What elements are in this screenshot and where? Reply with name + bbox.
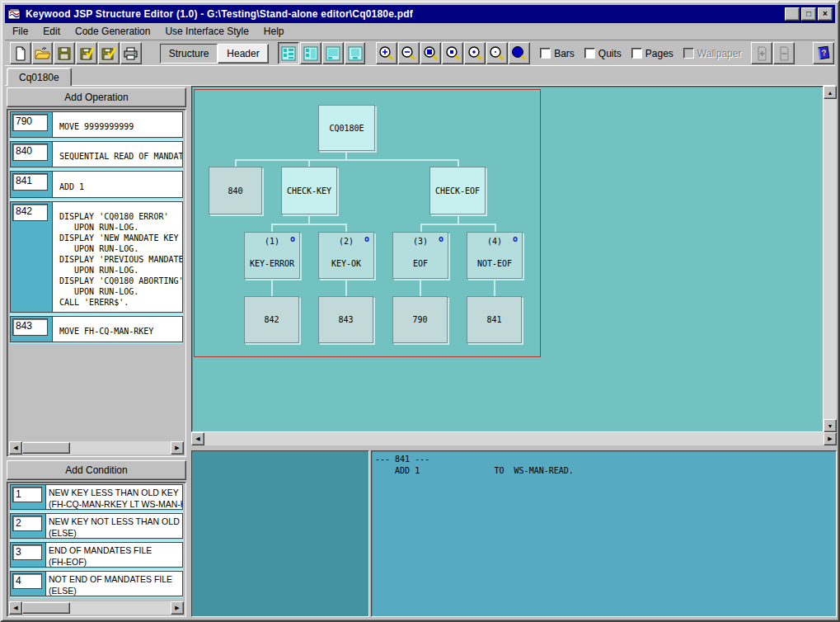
operation-item-841[interactable]: 841 ADD 1 TO WS-MA — [10, 171, 183, 198]
save-check-button[interactable] — [76, 42, 97, 64]
page-plus-button — [751, 42, 772, 64]
menu-code-generation[interactable]: Code Generation — [68, 24, 157, 39]
zoom-out-button[interactable] — [398, 42, 420, 64]
node-label: CHECK-KEY — [287, 186, 331, 196]
layout-view-2-button[interactable] — [300, 42, 321, 64]
zoom-large-button[interactable] — [420, 42, 442, 64]
zoom-tiny-button[interactable] — [486, 42, 508, 64]
connector-line — [271, 224, 347, 225]
minimize-button[interactable]: _ — [785, 7, 800, 21]
layout-view-1-button[interactable] — [278, 42, 299, 64]
save-button[interactable] — [54, 42, 75, 64]
zoom-in-button[interactable] — [376, 42, 397, 64]
quits-checkbox[interactable] — [584, 48, 595, 59]
condition-text: NEW KEY NOT LESS THAN OLD KEY (ELSE) — [45, 514, 182, 538]
node-key-error[interactable]: (1) o KEY-ERROR — [244, 232, 300, 279]
condition-item-strip: 4 — [11, 572, 45, 596]
node-841[interactable]: 841 — [467, 296, 522, 343]
connector-line — [271, 224, 273, 232]
condition-item-2[interactable]: 2 NEW KEY NOT LESS THAN OLD KEY (ELSE) — [10, 513, 183, 539]
node-check-eof[interactable]: CHECK-EOF — [429, 167, 486, 214]
operation-code: MOVE FH-CQ-MAN-RKEY TO — [52, 317, 182, 342]
node-check-key[interactable]: CHECK-KEY — [281, 167, 337, 214]
structure-canvas[interactable]: CQ0180E 840 CHECK-KEY CHECK-EOF (1) o KE… — [191, 86, 824, 432]
wallpaper-checkbox-group: Wallpaper — [683, 48, 742, 59]
print-button[interactable] — [120, 42, 142, 64]
menu-edit[interactable]: Edit — [35, 24, 68, 39]
operation-item-strip: 841 — [11, 172, 52, 197]
operation-item-842[interactable]: 842 DISPLAY 'CQ0180 ERROR' UPON RUN-LOG.… — [10, 201, 183, 313]
scroll-down-icon[interactable]: ▼ — [824, 419, 837, 432]
operation-item-790[interactable]: 790 MOVE 9999999999 TO FH — [10, 111, 183, 138]
operation-list-hscrollbar[interactable]: ◀ ▶ — [9, 441, 184, 455]
close-button[interactable]: × — [818, 7, 833, 21]
condition-item-4[interactable]: 4 NOT END OF MANDATES FILE (ELSE) — [10, 571, 183, 596]
node-label: CQ0180E — [329, 124, 364, 133]
node-key-ok[interactable]: (2) o KEY-OK — [318, 232, 374, 279]
pages-checkbox-group: Pages — [631, 48, 673, 59]
scroll-right-icon[interactable]: ▶ — [171, 601, 184, 615]
condition-text: NOT END OF MANDATES FILE (ELSE) — [45, 572, 182, 596]
open-file-button[interactable] — [32, 42, 54, 64]
node-843[interactable]: 843 — [318, 296, 373, 343]
condition-list-hscrollbar[interactable]: ◀ ▶ — [9, 601, 184, 615]
menu-help[interactable]: Help — [256, 24, 292, 39]
structure-toggle-button[interactable]: Structure — [160, 44, 218, 64]
condition-item-strip: 1 — [11, 485, 45, 509]
node-not-eof[interactable]: (4) o NOT-EOF — [467, 232, 523, 279]
node-840[interactable]: 840 — [209, 167, 262, 214]
save-icon — [57, 46, 72, 61]
node-eof[interactable]: (3) o EOF — [392, 232, 448, 279]
add-operation-button[interactable]: Add Operation — [7, 87, 186, 107]
canvas-vscrollbar[interactable]: ▲ ▼ — [824, 86, 837, 432]
scrollbar-thumb[interactable] — [22, 442, 70, 454]
condition-text: END OF MANDATES FILE (FH-EOF) — [45, 543, 182, 567]
print-icon — [123, 46, 138, 61]
scroll-right-icon[interactable]: ▶ — [171, 441, 184, 455]
pages-checkbox[interactable] — [631, 48, 642, 59]
operation-number: 843 — [12, 318, 48, 336]
title-bar: Keywood JSP Structure Editor (1.0) - G:\… — [5, 5, 835, 23]
condition-item-1[interactable]: 1 NEW KEY LESS THAN OLD KEY (FH-CQ-MAN-R… — [10, 484, 183, 510]
layout-view-4-button[interactable] — [345, 42, 366, 64]
scroll-left-icon[interactable]: ◀ — [191, 432, 204, 445]
scroll-right-icon[interactable]: ▶ — [824, 432, 837, 445]
condition-item-3[interactable]: 3 END OF MANDATES FILE (FH-EOF) — [10, 542, 183, 568]
operation-item-843[interactable]: 843 MOVE FH-CQ-MAN-RKEY TO — [10, 316, 183, 342]
condition-text: NEW KEY LESS THAN OLD KEY (FH-CQ-MAN-RKE… — [45, 485, 182, 509]
save-all-check-button[interactable] — [98, 42, 120, 64]
menu-use-interface-style[interactable]: Use Interface Style — [157, 24, 256, 39]
new-file-button[interactable] — [10, 42, 31, 64]
operation-item-840[interactable]: 840 SEQUENTIAL READ OF MANDAT — [10, 141, 183, 167]
connector-line — [308, 159, 310, 167]
toolbar: Structure Header — [5, 40, 835, 66]
help-button[interactable]: ? — [813, 42, 834, 64]
pages-checkbox-label: Pages — [645, 48, 673, 59]
operation-code: MOVE 9999999999 TO FH — [52, 112, 182, 137]
connector-line — [271, 278, 273, 296]
node-842[interactable]: 842 — [244, 296, 299, 343]
header-toggle-button[interactable]: Header — [218, 44, 268, 64]
connector-line — [420, 278, 421, 296]
node-cq0180e[interactable]: CQ0180E — [318, 105, 375, 151]
menu-file[interactable]: File — [5, 24, 35, 39]
layout-view-3-button[interactable] — [322, 42, 344, 64]
zoom-medium-button[interactable] — [442, 42, 463, 64]
add-condition-button[interactable]: Add Condition — [7, 460, 186, 480]
node-790[interactable]: 790 — [392, 296, 448, 343]
scroll-up-icon[interactable]: ▲ — [824, 86, 837, 99]
zoom-full-button[interactable] — [509, 42, 530, 64]
tab-cq0180e[interactable]: Cq0180e — [7, 68, 72, 86]
scroll-left-icon[interactable]: ◀ — [9, 441, 22, 455]
scroll-left-icon[interactable]: ◀ — [9, 601, 22, 615]
zoom-large-icon — [423, 45, 439, 61]
bars-checkbox-label: Bars — [554, 48, 575, 59]
node-label: EOF — [393, 259, 448, 268]
maximize-button[interactable]: □ — [801, 7, 816, 21]
scrollbar-thumb[interactable] — [22, 602, 70, 614]
bars-checkbox[interactable] — [540, 48, 551, 59]
node-label: KEY-ERROR — [245, 259, 299, 268]
condition-number: 1 — [12, 487, 42, 502]
canvas-hscrollbar[interactable]: ◀ ▶ — [191, 432, 837, 445]
zoom-small-button[interactable] — [464, 42, 486, 64]
